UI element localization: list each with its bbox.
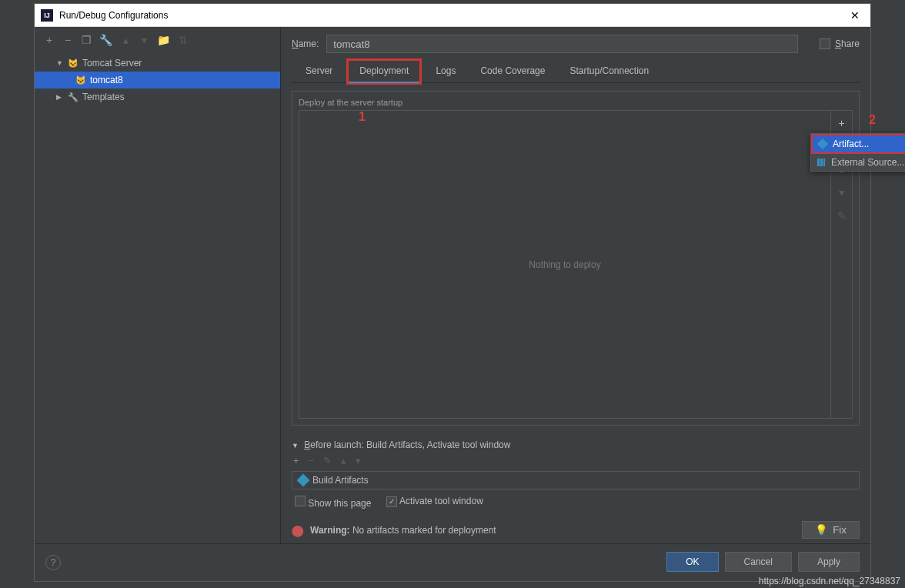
- expand-icon: ▼: [56, 59, 67, 67]
- popup-label: External Source...: [831, 157, 904, 168]
- share-checkbox-group[interactable]: Share: [820, 38, 860, 49]
- dialog-button-bar: ? OK Cancel Apply: [35, 543, 870, 581]
- help-button[interactable]: ?: [45, 555, 61, 570]
- bl-remove-button[interactable]: −: [309, 455, 315, 466]
- bl-up-button[interactable]: ▴: [341, 455, 346, 466]
- warning-label: Warning: No artifacts marked for deploym…: [310, 525, 496, 536]
- external-source-icon: [817, 159, 825, 166]
- popup-item-artifact[interactable]: Artifact...: [811, 134, 905, 154]
- bulb-icon: 💡: [815, 524, 828, 536]
- window-close-button[interactable]: ✕: [846, 9, 864, 22]
- titlebar: IJ Run/Debug Configurations ✕: [35, 4, 870, 27]
- config-toolbar: + − ❐ 🔧 ▴ ▾ 📁 ⇅: [35, 27, 280, 53]
- add-config-button[interactable]: +: [44, 34, 55, 46]
- bl-down-button[interactable]: ▾: [356, 455, 361, 466]
- tree-label: tomcat8: [90, 75, 123, 85]
- tree-label: Tomcat Server: [82, 58, 142, 68]
- apply-button[interactable]: Apply: [798, 552, 860, 572]
- warning-icon: ⬤: [292, 524, 304, 536]
- dialog-content: + − ❐ 🔧 ▴ ▾ 📁 ⇅ ▼ Tomcat Server: [35, 27, 870, 581]
- share-label: Share: [835, 38, 860, 49]
- move-down-button[interactable]: ▾: [139, 34, 149, 46]
- wrench-icon: [67, 91, 79, 103]
- fix-button[interactable]: 💡Fix: [802, 521, 860, 539]
- deploy-empty-text: Nothing to deploy: [299, 111, 830, 418]
- deploy-down-button[interactable]: ▾: [839, 186, 844, 199]
- tree-label: Templates: [82, 92, 125, 102]
- config-name-input[interactable]: [326, 35, 798, 53]
- tab-code-coverage[interactable]: Code Coverage: [469, 61, 556, 82]
- copy-config-button[interactable]: ❐: [81, 34, 92, 46]
- folder-button[interactable]: 📁: [157, 34, 170, 46]
- remove-config-button[interactable]: −: [62, 34, 73, 46]
- tab-server[interactable]: Server: [295, 61, 343, 82]
- tab-deployment[interactable]: Deployment: [346, 58, 422, 85]
- edit-defaults-button[interactable]: 🔧: [99, 34, 112, 46]
- tab-startup-connection[interactable]: Startup/Connection: [559, 61, 660, 82]
- deploy-list-container: Nothing to deploy + − ▴ ▾ ✎: [299, 110, 853, 419]
- config-tabs: Server Deployment Logs Code Coverage Sta…: [292, 61, 860, 83]
- tree-node-templates[interactable]: ▶ Templates: [35, 89, 280, 105]
- before-launch-checks: Show this page Activate tool window: [292, 489, 860, 515]
- move-up-button[interactable]: ▴: [120, 34, 131, 46]
- annotation-2: 2: [869, 113, 876, 127]
- ok-button[interactable]: OK: [666, 552, 718, 572]
- activate-tool-window-checkbox[interactable]: Activate tool window: [386, 496, 483, 509]
- add-deploy-popup: Artifact... External Source...: [810, 133, 905, 172]
- name-row: NName:ame: Share: [292, 35, 860, 53]
- warning-row: ⬤ Warning: No artifacts marked for deplo…: [292, 521, 860, 539]
- before-launch-toolbar: + − ✎ ▴ ▾: [292, 450, 860, 471]
- collapse-icon: ▼: [292, 442, 299, 449]
- deploy-group: Deploy at the server startup 1 Nothing t…: [292, 91, 860, 426]
- share-checkbox[interactable]: [820, 38, 830, 49]
- config-tree: ▼ Tomcat Server tomcat8 ▶ Templates: [35, 53, 280, 543]
- window-title: Run/Debug Configurations: [59, 10, 846, 21]
- config-editor-panel: NName:ame: Share Server Deployment Logs …: [281, 27, 870, 543]
- bl-add-button[interactable]: +: [293, 455, 299, 466]
- checkbox[interactable]: [295, 496, 306, 506]
- deploy-add-button[interactable]: +: [838, 117, 844, 129]
- bl-edit-button[interactable]: ✎: [323, 455, 332, 466]
- popup-label: Artifact...: [833, 139, 869, 149]
- list-item[interactable]: Build Artifacts: [292, 472, 859, 489]
- app-icon: IJ: [41, 9, 53, 22]
- tree-node-tomcat-server[interactable]: ▼ Tomcat Server: [35, 55, 280, 72]
- checkbox[interactable]: [386, 496, 397, 507]
- sort-button[interactable]: ⇅: [178, 34, 189, 46]
- popup-item-external-source[interactable]: External Source...: [811, 154, 905, 171]
- tomcat-icon: [67, 57, 79, 69]
- before-launch-header[interactable]: ▼ Before launch: Build Artifacts, Activa…: [292, 439, 860, 450]
- tree-node-tomcat8[interactable]: tomcat8: [35, 72, 280, 89]
- dialog-window: IJ Run/Debug Configurations ✕ + − ❐ 🔧 ▴ …: [34, 3, 871, 582]
- expand-icon: ▶: [56, 93, 67, 101]
- bl-item-label: Build Artifacts: [312, 475, 369, 486]
- name-label: NName:ame:: [292, 38, 319, 49]
- before-launch-section: ▼ Before launch: Build Artifacts, Activa…: [292, 439, 860, 515]
- tab-logs[interactable]: Logs: [425, 61, 466, 82]
- artifact-icon: [817, 139, 828, 149]
- show-page-checkbox[interactable]: Show this page: [295, 496, 371, 509]
- before-launch-list[interactable]: Build Artifacts: [292, 471, 860, 489]
- artifact-icon: [297, 474, 310, 487]
- tomcat-icon: [75, 74, 87, 86]
- watermark: https://blog.csdn.net/qq_27348837: [759, 576, 900, 582]
- configurations-panel: + − ❐ 🔧 ▴ ▾ 📁 ⇅ ▼ Tomcat Server: [35, 27, 281, 543]
- deploy-group-label: Deploy at the server startup: [299, 98, 853, 107]
- cancel-button[interactable]: Cancel: [725, 552, 792, 572]
- deploy-edit-button[interactable]: ✎: [837, 209, 847, 222]
